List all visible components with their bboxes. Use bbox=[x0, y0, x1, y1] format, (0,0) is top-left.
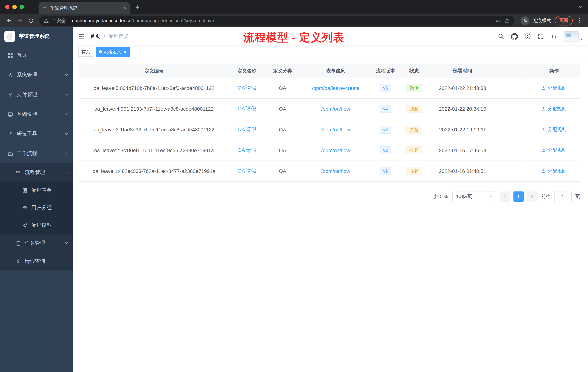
logo-avatar bbox=[4, 31, 15, 42]
assign-rule-button[interactable]: 分配规则 bbox=[541, 147, 567, 153]
url-domain: dashboard.yudao.iocoder.cn bbox=[72, 18, 131, 23]
sidebar: 芋道管理系统 首页 系统管理 ¥ 支付管理 bbox=[0, 27, 73, 372]
sidebar-item-task-management[interactable]: 任务管理 bbox=[0, 234, 73, 252]
fullscreen-icon[interactable] bbox=[534, 33, 547, 40]
back-icon[interactable] bbox=[4, 16, 14, 25]
briefcase-icon bbox=[7, 151, 13, 156]
chevron-up-icon bbox=[65, 152, 68, 155]
sidebar-item-infrastructure[interactable]: 基础设施 bbox=[0, 104, 73, 124]
tag-close-icon[interactable]: × bbox=[124, 49, 126, 54]
definition-name-link[interactable]: OA 请假 bbox=[238, 126, 256, 133]
user-avatar-menu[interactable] bbox=[561, 31, 588, 42]
definition-name-link[interactable]: OA 请假 bbox=[238, 106, 256, 112]
tab-close-icon[interactable]: × bbox=[124, 5, 126, 11]
help-question-icon[interactable]: ? bbox=[521, 33, 534, 40]
definition-name-link[interactable]: OA 请假 bbox=[238, 85, 256, 91]
page-number-button[interactable]: 1 bbox=[514, 191, 524, 202]
status-badge: 挂起 bbox=[406, 167, 422, 175]
next-page-button[interactable] bbox=[527, 191, 537, 202]
assign-rule-button[interactable]: 分配规则 bbox=[541, 126, 567, 133]
window-minimize-button[interactable] bbox=[12, 5, 17, 9]
document-icon bbox=[22, 188, 28, 193]
main-area: 首页 / 流程定义 流程模型 - 定义列表 ? bbox=[73, 27, 588, 372]
definition-category: OA bbox=[279, 106, 286, 112]
sidebar-logo[interactable]: 芋道管理系统 bbox=[0, 27, 73, 45]
sidebar-item-system[interactable]: 系统管理 bbox=[0, 65, 73, 85]
font-size-icon[interactable]: TT bbox=[547, 33, 561, 40]
github-icon[interactable] bbox=[508, 33, 521, 40]
sidebar-item-workflow[interactable]: 工作流程 bbox=[0, 144, 73, 164]
status-badge: 挂起 bbox=[406, 105, 422, 113]
chevron-down-icon bbox=[65, 93, 68, 97]
page-annotation-title: 流程模型 - 定义列表 bbox=[243, 30, 344, 45]
password-key-icon[interactable] bbox=[495, 18, 501, 23]
tag-process-definition[interactable]: 流程定义 × bbox=[96, 47, 130, 57]
deploy-time: 2022-01-22 19:19:11 bbox=[439, 127, 486, 132]
form-link[interactable]: /bpm/oa/flow bbox=[321, 106, 350, 112]
navbar-icons: ? TT bbox=[494, 31, 588, 42]
sidebar-item-process-model[interactable]: 流程模型 bbox=[0, 217, 73, 234]
sidebar-item-process-form[interactable]: 流程表单 bbox=[0, 182, 73, 199]
assign-rule-button[interactable]: 分配规则 bbox=[541, 106, 567, 112]
assign-rule-button[interactable]: 分配规则 bbox=[541, 85, 567, 91]
breadcrumb-home[interactable]: 首页 bbox=[90, 33, 100, 40]
list-icon bbox=[15, 170, 21, 175]
forward-icon[interactable] bbox=[15, 16, 25, 25]
search-icon[interactable] bbox=[494, 33, 508, 40]
definition-id: oa_leave:2:3c1f0ef1-76b1-11ec-9c66-a2380… bbox=[94, 147, 214, 153]
new-tab-button[interactable]: + bbox=[135, 3, 139, 12]
window-close-button[interactable] bbox=[5, 5, 10, 9]
app-title: 芋道管理系统 bbox=[19, 33, 50, 40]
tag-home[interactable]: 首页 bbox=[78, 47, 94, 57]
browser-menu-kebab-icon[interactable]: ⋮ bbox=[576, 17, 582, 24]
window-zoom-button[interactable] bbox=[20, 5, 24, 9]
version-tag: v2 bbox=[379, 146, 391, 154]
form-link[interactable]: /bpm/oa/flow bbox=[321, 168, 350, 174]
wrench-icon bbox=[7, 131, 13, 137]
browser-tabstrip: 芋道管理系统 × + bbox=[0, 0, 588, 14]
sidebar-item-home[interactable]: 首页 bbox=[0, 45, 73, 65]
goto-page-input[interactable] bbox=[554, 191, 572, 202]
table-row: oa_leave:2:3c1f0ef1-76b1-11ec-9c66-a2380… bbox=[79, 140, 580, 161]
sidebar-item-devtools[interactable]: 研发工具 bbox=[0, 124, 73, 144]
sidebar-item-user-group[interactable]: 用户分组 bbox=[0, 199, 73, 217]
dashboard-icon bbox=[7, 53, 13, 58]
sidebar-toggle-icon[interactable] bbox=[73, 33, 90, 40]
update-button[interactable]: 更新 bbox=[555, 16, 573, 25]
sidebar-item-payment[interactable]: ¥ 支付管理 bbox=[0, 85, 73, 104]
status-badge: 挂起 bbox=[406, 146, 422, 154]
svg-text:T: T bbox=[551, 34, 554, 39]
content: 定义编号 定义名称 定义分类 表单信息 流程版本 状态 部署时间 操作 oa_l… bbox=[73, 58, 588, 372]
user-icon bbox=[541, 86, 546, 90]
form-link[interactable]: /bpm/oa/leave/create bbox=[312, 85, 359, 91]
pagination: 共 5 条 10条/页 1 前往 页 bbox=[73, 191, 580, 202]
page-size-select[interactable]: 10条/页 bbox=[452, 191, 496, 202]
chevron-down-icon bbox=[65, 241, 68, 245]
form-link[interactable]: /bpm/oa/flow bbox=[321, 147, 350, 153]
reload-icon[interactable] bbox=[26, 16, 36, 25]
caret-down-icon bbox=[489, 196, 492, 197]
prev-page-button[interactable] bbox=[500, 191, 510, 202]
sidebar-item-process-management[interactable]: 流程管理 bbox=[0, 164, 73, 182]
definition-name-link[interactable]: OA 请假 bbox=[238, 147, 256, 153]
tab-search-chevron-icon[interactable] bbox=[578, 5, 583, 9]
security-warning-icon[interactable] bbox=[44, 18, 49, 23]
chevron-down-icon bbox=[65, 73, 68, 77]
person-icon bbox=[15, 259, 21, 264]
screen: 芋道管理系统 × + 不安全 dashboard.yudao.iocoder.c… bbox=[0, 0, 588, 372]
table-row: oa_leave:5:004b710b-7b8a-11ec-8ef0-acde4… bbox=[79, 78, 580, 99]
definition-id: oa_leave:4:991f2193-7b7f-11ec-a3c8-acde4… bbox=[94, 106, 214, 112]
bookmark-star-icon[interactable] bbox=[504, 18, 510, 23]
form-link[interactable]: /bpm/oa/flow bbox=[321, 127, 350, 132]
breadcrumb: 首页 / 流程定义 bbox=[90, 33, 129, 40]
version-tag: v5 bbox=[379, 84, 391, 92]
definition-name-link[interactable]: OA 请假 bbox=[238, 168, 256, 174]
sidebar-item-leave-query[interactable]: 请假查询 bbox=[0, 252, 73, 271]
browser-tab[interactable]: 芋道管理系统 × bbox=[39, 2, 130, 14]
url-bar[interactable]: 不安全 dashboard.yudao.iocoder.cn/bpm/manag… bbox=[39, 15, 514, 26]
url-path: /bpm/manager/definition?key=oa_leave bbox=[131, 18, 214, 23]
divider bbox=[69, 18, 69, 23]
assign-rule-button[interactable]: 分配规则 bbox=[541, 168, 567, 174]
chevron-up-icon bbox=[65, 171, 68, 174]
status-badge: 挂起 bbox=[406, 125, 422, 134]
